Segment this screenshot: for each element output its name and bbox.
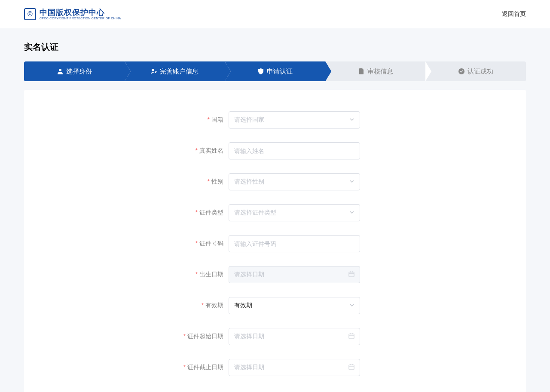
id-number-input[interactable] <box>234 240 354 247</box>
svg-rect-7 <box>349 334 354 339</box>
person-edit-icon <box>150 68 157 75</box>
step-success: 认证成功 <box>425 61 526 81</box>
step-label: 申请认证 <box>267 67 293 76</box>
real-name-input[interactable] <box>234 147 354 154</box>
row-id-end-date: *证件截止日期 请选择日期 <box>24 359 526 376</box>
step-account: 完善账户信息 <box>125 61 225 81</box>
calendar-icon <box>348 333 354 340</box>
label-gender: *性别 <box>24 178 229 186</box>
step-label: 认证成功 <box>468 67 493 76</box>
row-real-name: *真实姓名 <box>24 142 526 159</box>
step-bar: 选择身份 完善账户信息 申请认证 审核信息 认证成功 <box>24 61 526 81</box>
id-start-date-input[interactable]: 请选择日期 <box>229 328 360 345</box>
svg-point-1 <box>152 69 154 71</box>
label-id-number: *证件号码 <box>24 240 229 248</box>
label-id-end-date: *证件截止日期 <box>24 364 229 371</box>
label-real-name: *真实姓名 <box>24 147 229 155</box>
row-id-start-date: *证件起始日期 请选择日期 <box>24 328 526 345</box>
chevron-down-icon <box>349 302 354 309</box>
nationality-select[interactable]: 请选择国家 <box>229 111 360 129</box>
id-end-date-input[interactable]: 请选择日期 <box>229 359 360 376</box>
calendar-icon <box>348 271 354 279</box>
svg-rect-11 <box>349 365 354 370</box>
chevron-down-icon <box>349 209 354 216</box>
calendar-icon <box>348 364 354 371</box>
step-apply: 申请认证 <box>225 61 325 81</box>
validity-select[interactable]: 有效期 <box>229 297 360 314</box>
birth-date-input[interactable]: 请选择日期 <box>229 266 360 283</box>
step-review: 审核信息 <box>325 61 426 81</box>
home-link[interactable]: 返回首页 <box>502 10 526 18</box>
chevron-down-icon <box>349 178 354 185</box>
header: © 中国版权保护中心 CPCC COPYRIGHT PROTECTION CEN… <box>0 0 550 28</box>
svg-rect-3 <box>349 272 354 277</box>
id-type-select[interactable]: 请选择证件类型 <box>229 204 360 221</box>
logo-en-text: CPCC COPYRIGHT PROTECTION CENTER OF CHIN… <box>40 17 121 20</box>
step-label: 完善账户信息 <box>160 67 199 76</box>
real-name-input-wrap <box>229 142 360 159</box>
label-nationality: *国籍 <box>24 116 229 124</box>
row-validity: *有效期 有效期 <box>24 297 526 314</box>
form-card: *国籍 请选择国家 *真实姓名 *性别 请选择性别 <box>24 90 526 392</box>
chevron-down-icon <box>349 116 354 123</box>
row-gender: *性别 请选择性别 <box>24 173 526 190</box>
label-birth-date: *出生日期 <box>24 271 229 279</box>
row-nationality: *国籍 请选择国家 <box>24 111 526 129</box>
logo[interactable]: © 中国版权保护中心 CPCC COPYRIGHT PROTECTION CEN… <box>24 8 121 20</box>
label-id-type: *证件类型 <box>24 209 229 217</box>
shield-icon <box>257 68 264 75</box>
gender-select[interactable]: 请选择性别 <box>229 173 360 190</box>
person-icon <box>57 68 64 75</box>
step-identity: 选择身份 <box>24 61 125 81</box>
document-icon <box>358 68 365 75</box>
step-label: 选择身份 <box>66 67 92 76</box>
id-number-input-wrap <box>229 235 360 252</box>
logo-icon: © <box>24 8 36 20</box>
row-id-type: *证件类型 请选择证件类型 <box>24 204 526 221</box>
step-label: 审核信息 <box>367 67 393 76</box>
row-birth-date: *出生日期 请选择日期 <box>24 266 526 283</box>
label-validity: *有效期 <box>24 302 229 309</box>
check-icon <box>458 68 465 75</box>
row-id-number: *证件号码 <box>24 235 526 252</box>
logo-cn-text: 中国版权保护中心 <box>40 9 121 17</box>
label-id-start-date: *证件起始日期 <box>24 333 229 340</box>
page-title: 实名认证 <box>24 28 526 61</box>
svg-point-0 <box>59 69 61 71</box>
